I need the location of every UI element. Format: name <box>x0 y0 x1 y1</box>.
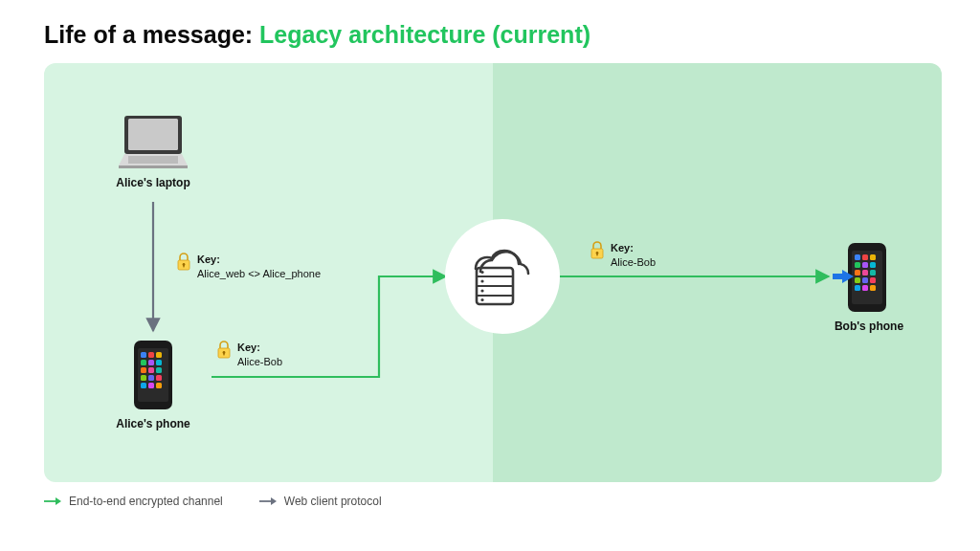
svg-rect-28 <box>862 262 868 268</box>
legend-web: Web client protocol <box>259 495 382 508</box>
gray-arrow-icon <box>259 497 277 505</box>
svg-rect-27 <box>855 262 860 268</box>
legend: End-to-end encrypted channel Web client … <box>44 495 382 508</box>
svg-rect-16 <box>141 375 146 381</box>
green-arrow-icon <box>44 497 61 505</box>
svg-rect-20 <box>148 383 154 388</box>
key-label: Key: <box>197 253 321 267</box>
svg-rect-37 <box>862 285 868 291</box>
bob-phone-icon <box>848 243 886 312</box>
svg-rect-9 <box>156 352 162 358</box>
svg-rect-10 <box>141 360 146 365</box>
title-accent: Legacy architecture (current) <box>259 21 590 48</box>
key-value: Alice-Bob <box>611 255 656 270</box>
svg-rect-11 <box>148 360 154 365</box>
svg-rect-58 <box>596 253 597 255</box>
lock-icon <box>176 253 191 272</box>
legend-web-label: Web client protocol <box>284 495 382 508</box>
svg-point-47 <box>480 279 483 282</box>
diagram-canvas: Alice's laptop Alice's phone Bob's phone… <box>44 63 942 482</box>
svg-rect-25 <box>862 254 868 260</box>
key-label: Key: <box>237 341 282 355</box>
svg-marker-60 <box>56 497 61 505</box>
svg-marker-62 <box>271 497 277 505</box>
key-text: Key: Alice-Bob <box>237 341 282 369</box>
svg-rect-33 <box>855 277 860 283</box>
legend-e2ee-label: End-to-end encrypted channel <box>69 495 223 508</box>
svg-rect-38 <box>870 285 876 291</box>
lock-icon <box>590 241 605 260</box>
svg-rect-39 <box>833 274 842 279</box>
svg-rect-31 <box>862 270 868 276</box>
svg-rect-29 <box>870 262 876 268</box>
key-value: Alice-Bob <box>237 355 282 369</box>
legend-e2ee: End-to-end encrypted channel <box>44 495 223 508</box>
svg-rect-18 <box>156 375 162 381</box>
key-label: Key: <box>611 241 656 255</box>
svg-rect-7 <box>141 352 146 358</box>
svg-rect-19 <box>141 383 146 388</box>
page-title: Life of a message: Legacy architecture (… <box>44 21 590 49</box>
alice-phone-icon <box>134 341 172 409</box>
svg-rect-52 <box>183 265 184 267</box>
svg-rect-15 <box>156 367 162 373</box>
svg-rect-24 <box>855 254 860 260</box>
svg-rect-34 <box>862 277 868 283</box>
lock-icon <box>216 341 232 360</box>
laptop-icon <box>119 116 188 168</box>
key-server-bob: Key: Alice-Bob <box>590 241 656 270</box>
svg-rect-14 <box>148 367 154 373</box>
key-text: Key: Alice_web <> Alice_phone <box>197 253 321 281</box>
svg-rect-17 <box>148 375 154 381</box>
svg-rect-13 <box>141 367 146 373</box>
svg-rect-35 <box>870 277 876 283</box>
title-prefix: Life of a message: <box>44 21 259 48</box>
svg-marker-3 <box>119 165 188 168</box>
svg-rect-4 <box>128 156 178 164</box>
svg-point-48 <box>480 289 483 292</box>
svg-rect-26 <box>870 254 876 260</box>
alice-phone-label: Alice's phone <box>113 417 193 430</box>
key-phone-server: Key: Alice-Bob <box>216 341 282 369</box>
key-laptop-phone: Key: Alice_web <> Alice_phone <box>176 253 321 281</box>
svg-rect-8 <box>148 352 154 358</box>
bob-phone-label: Bob's phone <box>829 320 909 333</box>
svg-rect-30 <box>855 270 860 276</box>
svg-point-46 <box>480 271 483 274</box>
alice-laptop-label: Alice's laptop <box>113 176 193 189</box>
svg-rect-36 <box>855 285 860 291</box>
svg-point-49 <box>480 298 483 301</box>
svg-rect-21 <box>156 383 162 388</box>
key-value: Alice_web <> Alice_phone <box>197 267 321 281</box>
svg-rect-12 <box>156 360 162 365</box>
svg-rect-55 <box>223 353 224 355</box>
key-text: Key: Alice-Bob <box>611 241 656 270</box>
svg-rect-1 <box>128 119 178 150</box>
svg-rect-32 <box>870 270 876 276</box>
